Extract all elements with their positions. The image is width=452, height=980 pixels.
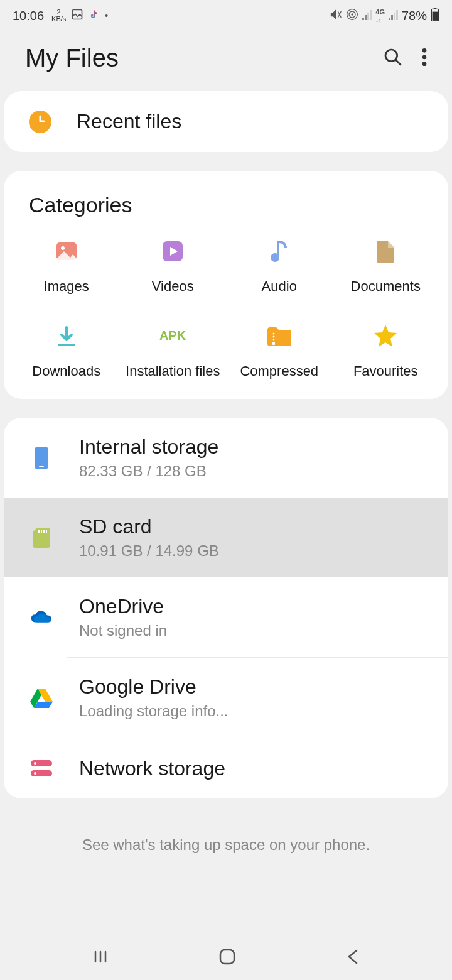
svg-rect-26: [46, 530, 47, 533]
star-icon: [370, 321, 401, 351]
status-bar: 10:06 2 KB/s • 4G↓↑: [0, 0, 452, 31]
category-compressed[interactable]: Compressed: [229, 321, 330, 381]
4g-indicator: 4G↓↑: [375, 8, 385, 23]
storage-title: Google Drive: [79, 675, 229, 699]
category-documents[interactable]: Documents: [336, 236, 436, 296]
category-label: Installation files: [126, 362, 220, 381]
svg-rect-34: [220, 950, 234, 964]
status-left: 10:06 2 KB/s •: [13, 8, 108, 24]
svg-rect-6: [433, 11, 438, 20]
svg-rect-20: [272, 342, 275, 345]
svg-point-11: [422, 62, 427, 66]
categories-heading: Categories: [29, 193, 436, 217]
storage-title: Internal storage: [79, 435, 218, 459]
category-images[interactable]: Images: [16, 236, 117, 296]
back-button[interactable]: [345, 948, 360, 968]
svg-rect-24: [41, 530, 42, 533]
tiktok-icon: [89, 9, 100, 23]
category-label: Downloads: [32, 362, 100, 381]
svg-point-13: [61, 246, 65, 250]
googledrive-icon: [29, 685, 54, 710]
storage-subtitle: 82.33 GB / 128 GB: [79, 462, 218, 480]
data-speed-indicator: 2 KB/s: [51, 9, 66, 23]
storage-card: Internal storage 82.33 GB / 128 GB SD ca…: [4, 418, 448, 798]
svg-point-10: [422, 55, 427, 59]
svg-point-1: [352, 13, 353, 15]
clock-icon: [29, 111, 51, 133]
recent-files-card[interactable]: Recent files: [4, 91, 448, 152]
status-right: 4G↓↑ 78%: [330, 8, 439, 24]
category-label: Videos: [152, 278, 194, 296]
svg-point-19: [272, 339, 274, 340]
battery-percent: 78%: [402, 9, 427, 23]
storage-title: Network storage: [79, 757, 225, 780]
svg-point-18: [272, 335, 274, 337]
storage-internal[interactable]: Internal storage 82.33 GB / 128 GB: [4, 418, 448, 498]
category-downloads[interactable]: Downloads: [16, 321, 117, 381]
storage-subtitle: Loading storage info...: [79, 702, 229, 720]
category-favourites[interactable]: Favourites: [336, 321, 436, 381]
recent-files-label: Recent files: [77, 110, 181, 133]
storage-subtitle: 10.91 GB / 14.99 GB: [79, 542, 219, 560]
storage-sdcard[interactable]: SD card 10.91 GB / 14.99 GB: [4, 498, 448, 577]
svg-point-9: [422, 48, 427, 53]
dot-indicator: •: [105, 11, 108, 21]
storage-googledrive[interactable]: Google Drive Loading storage info...: [4, 658, 448, 738]
storage-subtitle: Not signed in: [79, 622, 167, 640]
videos-icon: [158, 236, 188, 266]
svg-rect-21: [35, 447, 48, 469]
downloads-icon: [51, 321, 82, 351]
category-label: Favourites: [353, 362, 418, 381]
category-label: Documents: [351, 278, 421, 296]
svg-text:APK: APK: [159, 329, 186, 342]
signal-icon-2: [389, 9, 398, 23]
svg-rect-25: [43, 530, 45, 533]
sdcard-icon: [29, 525, 54, 550]
hotspot-icon: [346, 8, 358, 24]
storage-title: OneDrive: [79, 595, 167, 618]
svg-point-28: [34, 762, 36, 765]
images-icon: [51, 236, 82, 266]
category-label: Images: [44, 278, 89, 296]
documents-icon: [370, 236, 401, 266]
storage-network[interactable]: Network storage: [4, 738, 448, 798]
svg-rect-23: [38, 530, 40, 533]
svg-rect-22: [39, 466, 44, 467]
category-label: Compressed: [240, 362, 318, 381]
search-icon[interactable]: [383, 47, 403, 70]
battery-icon: [431, 8, 439, 24]
storage-tip[interactable]: See what's taking up space on your phone…: [0, 817, 452, 873]
status-time: 10:06: [13, 9, 44, 23]
more-options-icon[interactable]: [422, 47, 427, 70]
audio-icon: [264, 236, 294, 266]
category-videos[interactable]: Videos: [123, 236, 223, 296]
svg-line-8: [396, 60, 401, 65]
categories-card: Categories Images Videos Audio Documents: [4, 171, 448, 399]
category-label: Audio: [262, 278, 297, 296]
signal-icon-1: [362, 9, 372, 23]
storage-onedrive[interactable]: OneDrive Not signed in: [4, 577, 448, 657]
page-title: My Files: [25, 44, 119, 72]
apk-icon: APK: [158, 321, 188, 351]
category-audio[interactable]: Audio: [229, 236, 330, 296]
app-header: My Files: [0, 31, 452, 91]
recents-button[interactable]: [92, 948, 109, 968]
storage-title: SD card: [79, 515, 219, 538]
svg-point-30: [34, 772, 36, 775]
navigation-bar: [0, 936, 452, 980]
phone-icon: [29, 445, 54, 471]
compressed-icon: [264, 321, 294, 351]
network-icon: [29, 756, 54, 781]
header-actions: [383, 47, 427, 70]
mute-icon: [330, 8, 342, 24]
onedrive-icon: [29, 605, 54, 630]
svg-point-17: [272, 332, 274, 334]
gallery-icon: [71, 8, 83, 24]
category-installation-files[interactable]: APK Installation files: [123, 321, 223, 381]
home-button[interactable]: [218, 947, 237, 969]
